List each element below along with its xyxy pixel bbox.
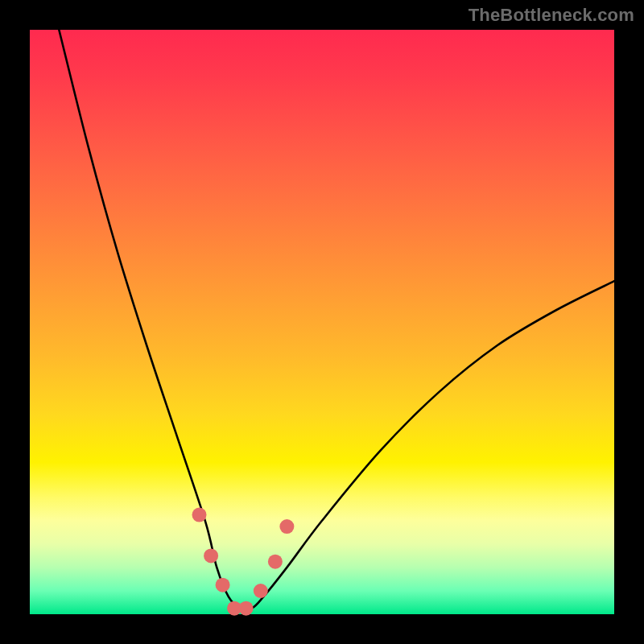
watermark-text: TheBottleneck.com xyxy=(469,5,634,26)
marker-point xyxy=(268,555,283,569)
marker-point xyxy=(192,508,207,522)
marker-point xyxy=(239,601,254,616)
chart-svg xyxy=(30,30,614,614)
chart-frame: TheBottleneck.com xyxy=(0,0,644,644)
marker-point xyxy=(216,578,230,592)
marker-point xyxy=(204,548,218,563)
marker-layer xyxy=(192,508,295,616)
marker-point xyxy=(279,519,294,534)
marker-point xyxy=(254,584,268,598)
plot-area xyxy=(30,30,614,614)
bottleneck-curve xyxy=(59,30,614,610)
curve-layer xyxy=(59,30,614,610)
